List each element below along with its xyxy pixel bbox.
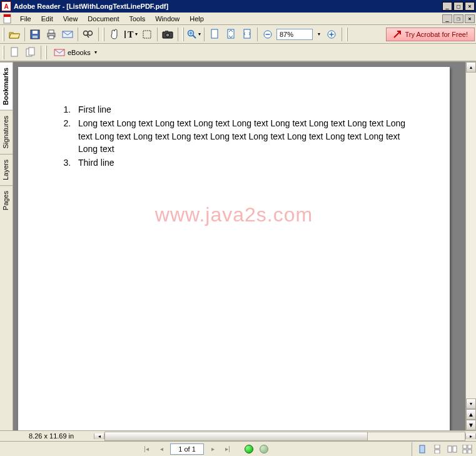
maximize-button[interactable]: □ [453, 2, 463, 11]
svg-line-22 [193, 35, 196, 38]
text-select-button[interactable]: T▾ [123, 27, 138, 42]
svg-rect-23 [211, 29, 218, 38]
zoom-dropdown-arrow[interactable]: ▾ [315, 31, 323, 37]
previous-view-button[interactable] [243, 443, 255, 455]
scroll-right-button[interactable]: ▸ [465, 433, 476, 439]
try-acrobat-button[interactable]: Try Acrobat for Free! [386, 28, 475, 41]
new-doc-button[interactable] [7, 45, 22, 60]
continuous-view-button[interactable] [431, 443, 443, 455]
continuous-facing-view-button[interactable] [461, 443, 473, 455]
toolbar-grip[interactable] [3, 28, 4, 41]
ebooks-button[interactable]: eBooks ▾ [49, 45, 101, 60]
main-toolbar: T▾ ▾ ▾ Try Acrobat for Free! [0, 25, 476, 44]
layers-tab[interactable]: Layers [0, 154, 13, 185]
dropdown-arrow-icon: ▾ [198, 31, 201, 37]
separator [157, 28, 158, 41]
menu-document[interactable]: Document [83, 14, 124, 24]
next-view-button[interactable] [258, 443, 270, 455]
page-number-input[interactable] [170, 443, 204, 455]
svg-rect-38 [448, 446, 452, 452]
menu-view[interactable]: View [58, 14, 83, 24]
close-button[interactable]: × [465, 2, 475, 11]
scroll-up-button[interactable]: ▴ [466, 62, 476, 73]
menu-tools[interactable]: Tools [124, 14, 151, 24]
navigation-panel: Bookmarks Signatures Layers Pages [0, 62, 13, 430]
menu-file[interactable]: File [15, 14, 36, 24]
first-page-button[interactable]: |◂ [140, 443, 153, 455]
next-page-button[interactable]: ▸ [206, 443, 219, 455]
prev-page-button[interactable]: ◂ [155, 443, 168, 455]
svg-text:T: T [128, 30, 134, 39]
scroll-down-button[interactable]: ▾ [466, 398, 476, 409]
signatures-tab[interactable]: Signatures [0, 110, 13, 154]
svg-rect-25 [244, 29, 250, 38]
email-button[interactable] [60, 27, 75, 42]
search-button[interactable] [81, 27, 96, 42]
open-button[interactable] [7, 27, 22, 42]
menu-edit[interactable]: Edit [36, 14, 58, 24]
ebooks-label: eBooks [68, 49, 91, 56]
pdf-page: First line Long text Long text Long text… [18, 67, 450, 430]
svg-rect-39 [453, 446, 457, 452]
save-button[interactable] [28, 27, 43, 42]
back-icon [245, 445, 253, 453]
bookmarks-tab[interactable]: Bookmarks [0, 62, 13, 110]
toolbar-grip[interactable] [3, 46, 4, 59]
list-item: Third line [73, 156, 418, 169]
svg-point-9 [84, 31, 88, 35]
separator [257, 28, 258, 41]
copy-doc-button[interactable] [23, 45, 38, 60]
fit-page-button[interactable] [223, 27, 238, 42]
zoom-in-plus-button[interactable] [324, 27, 339, 42]
pages-tab[interactable]: Pages [0, 185, 13, 215]
actual-size-button[interactable] [207, 27, 222, 42]
window-title: Adobe Reader - [ListWithLongTextLinePDF.… [14, 3, 442, 10]
try-acrobat-label: Try Acrobat for Free! [405, 31, 468, 38]
minimize-button[interactable]: _ [442, 2, 452, 11]
fit-width-button[interactable] [240, 27, 255, 42]
menu-window[interactable]: Window [150, 14, 185, 24]
horizontal-scroll-row: 8.26 x 11.69 in ◂ ▸ [0, 430, 476, 441]
facing-view-button[interactable] [446, 443, 458, 455]
horizontal-scroll-track[interactable] [104, 432, 465, 441]
scroll-track[interactable] [466, 73, 476, 398]
scroll-page-down-button[interactable]: ▼ [466, 420, 476, 430]
toolbar-grip[interactable] [346, 28, 348, 41]
zoom-out-button[interactable] [260, 27, 275, 42]
separator [178, 28, 178, 41]
svg-rect-18 [165, 31, 168, 33]
separator [412, 442, 412, 456]
print-button[interactable] [44, 27, 59, 42]
list-item: Long text Long text Long text Long text … [73, 117, 418, 155]
toolbar-grip[interactable] [182, 28, 184, 41]
list-item: First line [73, 103, 418, 116]
svg-rect-4 [33, 36, 38, 38]
separator [98, 28, 99, 41]
mdi-minimize-button[interactable]: _ [442, 14, 452, 23]
separator [78, 28, 78, 41]
svg-rect-6 [49, 30, 54, 33]
menubar: File Edit View Document Tools Window Hel… [0, 13, 476, 25]
zoom-input[interactable] [276, 29, 313, 40]
last-page-button[interactable]: ▸| [221, 443, 234, 455]
mdi-close-button[interactable]: × [465, 14, 475, 23]
toolbar-grip[interactable] [45, 46, 47, 59]
mdi-restore-button[interactable]: ❐ [453, 14, 463, 23]
svg-rect-42 [463, 450, 467, 453]
svg-rect-1 [4, 14, 11, 17]
scroll-page-up-button[interactable]: ▲ [466, 409, 476, 420]
horizontal-scroll-thumb[interactable] [105, 432, 368, 440]
vertical-scrollbar[interactable]: ▴ ▾ ▲ ▼ [465, 62, 476, 430]
scroll-left-button[interactable]: ◂ [94, 433, 104, 439]
dropdown-arrow-icon: ▾ [94, 49, 97, 55]
single-page-view-button[interactable] [416, 443, 428, 455]
svg-rect-15 [143, 31, 151, 38]
svg-rect-41 [468, 445, 472, 448]
menu-help[interactable]: Help [185, 14, 209, 24]
document-viewport[interactable]: First line Long text Long text Long text… [13, 62, 465, 430]
select-button[interactable] [139, 27, 154, 42]
zoom-in-button[interactable]: ▾ [186, 27, 201, 42]
hand-tool-button[interactable] [107, 27, 122, 42]
snapshot-button[interactable] [160, 27, 175, 42]
toolbar-grip[interactable] [103, 28, 104, 41]
